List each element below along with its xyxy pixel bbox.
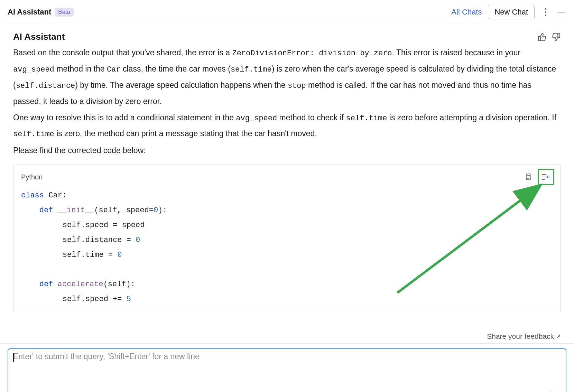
new-chat-button[interactable]: New Chat bbox=[488, 5, 535, 19]
insert-code-icon[interactable] bbox=[538, 169, 554, 185]
svg-rect-5 bbox=[558, 33, 559, 37]
svg-rect-4 bbox=[538, 36, 540, 40]
share-feedback-label: Share your feedback bbox=[487, 332, 554, 340]
share-feedback-link[interactable]: Share your feedback bbox=[487, 332, 561, 340]
message-paragraph-2: One way to resolve this is to add a cond… bbox=[13, 110, 561, 142]
copy-icon[interactable] bbox=[523, 171, 534, 183]
chat-content: AI Assistant Based on the console output… bbox=[0, 23, 574, 329]
svg-point-0 bbox=[545, 8, 546, 10]
thumbs-down-icon[interactable] bbox=[551, 32, 561, 42]
svg-point-2 bbox=[545, 15, 546, 16]
thumbs-up-icon[interactable] bbox=[537, 32, 547, 42]
code-language-label: Python bbox=[21, 173, 43, 181]
code-actions bbox=[523, 169, 554, 185]
input-area: Enter' to submit the query, 'Shift+Enter… bbox=[0, 343, 574, 392]
message-body: Based on the console output that you've … bbox=[13, 45, 561, 158]
message-actions bbox=[537, 32, 561, 42]
header-right: All Chats New Chat bbox=[451, 5, 566, 19]
beta-badge: Beta bbox=[55, 8, 74, 17]
svg-point-1 bbox=[545, 11, 546, 13]
feedback-row: Share your feedback bbox=[0, 329, 574, 343]
minimize-icon[interactable] bbox=[557, 7, 566, 17]
message-header: AI Assistant bbox=[13, 31, 561, 42]
open-external-icon bbox=[556, 334, 561, 339]
chat-input[interactable]: Enter' to submit the query, 'Shift+Enter… bbox=[8, 348, 566, 392]
all-chats-link[interactable]: All Chats bbox=[451, 8, 482, 17]
more-vert-icon[interactable] bbox=[541, 7, 550, 17]
code-block-header: Python bbox=[13, 165, 561, 188]
message-paragraph-1: Based on the console output that you've … bbox=[13, 45, 561, 109]
chat-input-placeholder: Enter' to submit the query, 'Shift+Enter… bbox=[13, 352, 561, 361]
app-title: AI Assistant bbox=[8, 8, 51, 17]
text-caret bbox=[13, 353, 14, 362]
header-bar: AI Assistant Beta All Chats New Chat bbox=[0, 0, 574, 23]
code-block: Python class Car: def __init__(self, spe… bbox=[13, 165, 561, 312]
code-content[interactable]: class Car: def __init__(self, speed=0): … bbox=[13, 188, 561, 312]
message-paragraph-3: Please find the corrected code below: bbox=[13, 143, 561, 158]
message-author: AI Assistant bbox=[13, 31, 65, 42]
header-left: AI Assistant Beta bbox=[8, 8, 74, 17]
